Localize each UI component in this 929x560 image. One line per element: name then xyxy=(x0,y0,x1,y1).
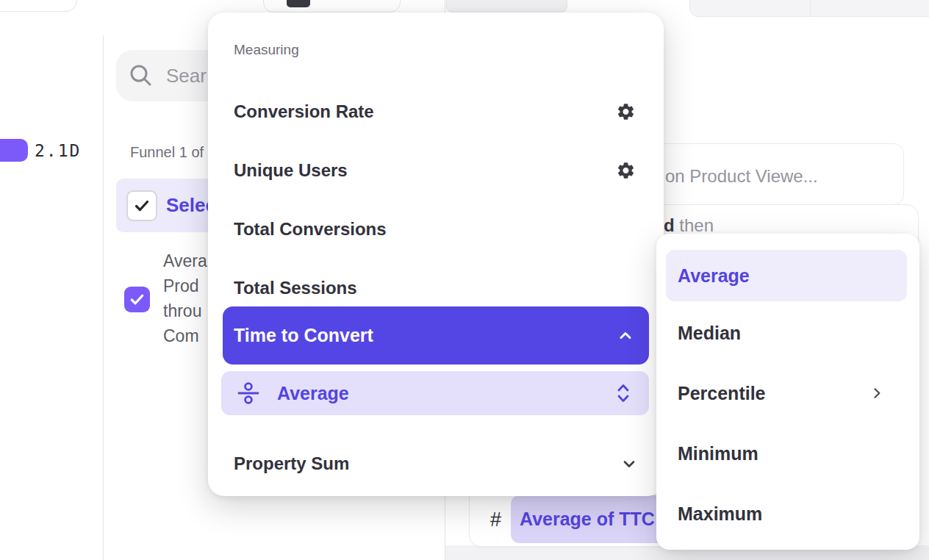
menu-item-time-to-convert-selected[interactable]: Time to Convert xyxy=(223,306,649,365)
menu-item-total-conversions[interactable]: Total Conversions xyxy=(208,209,664,250)
menu-item-label: Conversion Rate xyxy=(234,101,374,122)
then-label-prefix: d xyxy=(664,215,675,235)
agg-item-percentile[interactable]: Percentile xyxy=(656,373,919,414)
ttc-aggregation-selector[interactable]: Average xyxy=(221,371,649,415)
funnel-counter-label: Funnel 1 of xyxy=(130,144,204,161)
menu-item-label: Total Conversions xyxy=(234,219,387,240)
chevron-right-icon xyxy=(869,386,884,401)
then-label-rest: then xyxy=(675,215,714,235)
agg-item-label: Median xyxy=(678,323,741,344)
measuring-header: Measuring xyxy=(234,42,299,58)
menu-item-unique-users[interactable]: Unique Users xyxy=(208,150,664,191)
agg-item-label: Minimum xyxy=(678,443,758,464)
agg-item-maximum[interactable]: Maximum xyxy=(656,493,919,534)
number-format-symbol: # xyxy=(490,509,501,531)
chart-type-icon[interactable] xyxy=(287,0,310,7)
top-right-tab-right[interactable] xyxy=(810,0,929,17)
menu-item-total-sessions[interactable]: Total Sessions xyxy=(208,268,664,309)
top-right-tab-left[interactable] xyxy=(689,0,811,17)
agg-item-label: Maximum xyxy=(678,503,762,525)
top-tab-strip xyxy=(446,0,567,12)
menu-item-conversion-rate[interactable]: Conversion Rate xyxy=(208,91,664,132)
menu-item-property-sum[interactable]: Property Sum xyxy=(208,443,664,484)
panel-divider-left xyxy=(103,35,104,560)
gear-icon[interactable] xyxy=(616,161,636,181)
agg-item-average-selected[interactable]: Average xyxy=(666,250,907,301)
aggregation-submenu: Average Median Percentile Minimum Maximu… xyxy=(656,234,919,550)
checkmark-icon xyxy=(129,291,146,308)
series-checkbox[interactable] xyxy=(124,287,150,312)
menu-item-label: Total Sessions xyxy=(234,278,357,298)
step-duration-label: 2.1D xyxy=(35,141,81,160)
chevron-up-icon xyxy=(617,327,634,345)
top-left-card-edge xyxy=(0,0,77,12)
gear-icon[interactable] xyxy=(616,102,636,122)
up-down-selector-icon xyxy=(616,383,631,403)
average-divide-icon xyxy=(237,381,260,405)
metric-pill-label: Average of TTC xyxy=(520,509,655,530)
measuring-dropdown: Measuring Conversion Rate Unique Users T… xyxy=(208,12,664,496)
agg-item-label: Percentile xyxy=(678,383,766,404)
funnel-step-badge[interactable] xyxy=(0,139,28,162)
search-placeholder: Sear xyxy=(166,65,207,87)
event-card-label: on Product Viewe... xyxy=(665,166,818,187)
menu-item-label: Property Sum xyxy=(234,453,349,474)
aggregation-value-label: Average xyxy=(277,383,349,404)
menu-item-label: Time to Convert xyxy=(234,325,373,346)
agg-item-minimum[interactable]: Minimum xyxy=(656,433,919,474)
top-toolbar-box xyxy=(263,0,401,12)
agg-item-median[interactable]: Median xyxy=(656,312,919,353)
checkmark-icon xyxy=(133,197,151,215)
metric-pill-button[interactable]: Average of TTC xyxy=(511,495,672,543)
menu-item-label: Unique Users xyxy=(234,160,348,181)
chevron-down-icon xyxy=(620,455,638,473)
select-all-checkbox[interactable] xyxy=(126,190,157,221)
agg-item-label: Average xyxy=(678,265,750,287)
search-icon xyxy=(129,64,153,87)
then-label: d then xyxy=(664,215,714,236)
